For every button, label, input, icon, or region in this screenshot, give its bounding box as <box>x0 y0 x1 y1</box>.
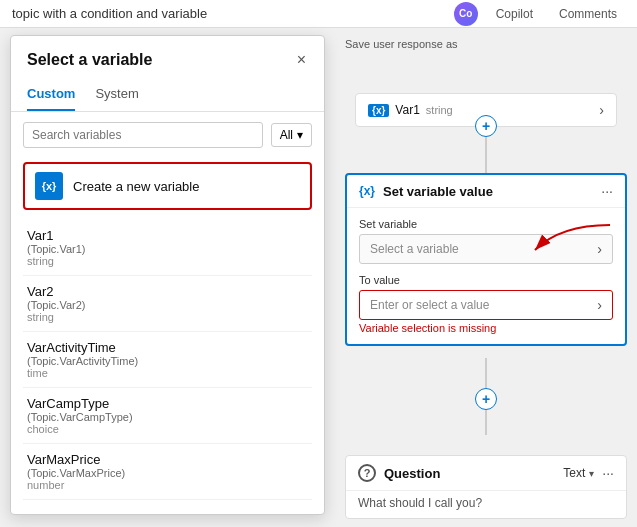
card-header: {x} Set variable value ··· <box>347 175 625 208</box>
select-variable-placeholder: Select a variable <box>370 242 459 256</box>
connector-plus-top[interactable]: + <box>475 115 497 137</box>
var-path: (Topic.Var2) <box>27 299 308 311</box>
panel-header: Select a variable × <box>11 36 324 80</box>
set-variable-title: Set variable value <box>383 184 593 199</box>
var-path: (Topic.VarMaxPrice) <box>27 467 308 479</box>
question-icon: ? <box>358 464 376 482</box>
menu-dots[interactable]: ··· <box>601 183 613 199</box>
var-type: string <box>27 311 308 323</box>
var-name: VarActivityTime <box>27 340 308 355</box>
list-item[interactable]: VarMaxPrice (Topic.VarMaxPrice) number <box>23 444 312 500</box>
variable-panel: Select a variable × Custom System All ▾ … <box>10 35 325 515</box>
save-response-label: Save user response as <box>345 38 627 50</box>
tabs-bar: Custom System <box>11 80 324 112</box>
var-name: VarMaxPrice <box>27 452 308 467</box>
create-variable-icon: {x} <box>35 172 63 200</box>
copilot-avatar: Co <box>454 2 478 26</box>
search-input[interactable] <box>23 122 263 148</box>
var-badge-icon: {x} <box>368 104 389 117</box>
comments-button[interactable]: Comments <box>551 5 625 23</box>
var1-name: Var1 <box>395 103 419 117</box>
text-type-badge[interactable]: Text ▾ <box>563 466 594 480</box>
var-name: Var2 <box>27 284 308 299</box>
chevron-right-icon: › <box>599 102 604 118</box>
canvas-area: Save user response as {x} Var1 string › … <box>335 28 637 527</box>
close-button[interactable]: × <box>295 50 308 70</box>
dropdown-arrow-icon: ▾ <box>589 468 594 479</box>
tab-system[interactable]: System <box>95 80 138 111</box>
var-type: time <box>27 367 308 379</box>
set-variable-icon: {x} <box>359 184 375 198</box>
connector-line-mid <box>485 358 487 388</box>
question-title: Question <box>384 466 555 481</box>
red-arrow-annotation <box>525 220 615 263</box>
to-value-placeholder: Enter or select a value <box>370 298 489 312</box>
var-type: string <box>27 255 308 267</box>
question-card: ? Question Text ▾ ··· What should I call… <box>345 455 627 519</box>
question-body: What should I call you? <box>346 490 626 518</box>
list-item[interactable]: Var1 (Topic.Var1) string <box>23 220 312 276</box>
var-name: Var1 <box>27 228 308 243</box>
top-bar: topic with a condition and variable Co C… <box>0 0 637 28</box>
variable-list: Var1 (Topic.Var1) string Var2 (Topic.Var… <box>11 220 324 514</box>
var1-type: string <box>426 104 453 116</box>
question-card-header: ? Question Text ▾ ··· <box>346 456 626 490</box>
error-message: Variable selection is missing <box>359 322 613 334</box>
chevron-right-icon: › <box>597 297 602 313</box>
filter-dropdown[interactable]: All ▾ <box>271 123 312 147</box>
text-type-label: Text <box>563 466 585 480</box>
var-path: (Topic.VarCampType) <box>27 411 308 423</box>
tab-custom[interactable]: Custom <box>27 80 75 111</box>
copilot-button[interactable]: Copilot <box>488 5 541 23</box>
question-text: What should I call you? <box>358 496 482 510</box>
connector-line-bottom <box>485 410 487 435</box>
var-name: VarCampType <box>27 396 308 411</box>
to-value-field[interactable]: Enter or select a value › <box>359 290 613 320</box>
var-badge: {x} Var1 string <box>368 103 453 117</box>
var-path: (Topic.VarActivityTime) <box>27 355 308 367</box>
search-area: All ▾ <box>11 112 324 158</box>
create-variable-button[interactable]: {x} Create a new variable <box>23 162 312 210</box>
page-title: topic with a condition and variable <box>12 6 207 21</box>
connector-plus-bottom[interactable]: + <box>475 388 497 410</box>
question-menu-dots[interactable]: ··· <box>602 465 614 481</box>
var-type: choice <box>27 423 308 435</box>
panel-title: Select a variable <box>27 51 152 69</box>
var-type: number <box>27 479 308 491</box>
to-value-label: To value <box>359 274 613 286</box>
create-variable-label: Create a new variable <box>73 179 199 194</box>
var-path: (Topic.Var1) <box>27 243 308 255</box>
list-item[interactable]: Var2 (Topic.Var2) string <box>23 276 312 332</box>
save-response-section: Save user response as {x} Var1 string › <box>345 38 627 54</box>
list-item[interactable]: VarCampType (Topic.VarCampType) choice <box>23 388 312 444</box>
list-item[interactable]: VarActivityTime (Topic.VarActivityTime) … <box>23 332 312 388</box>
connector-line-top <box>485 137 487 173</box>
